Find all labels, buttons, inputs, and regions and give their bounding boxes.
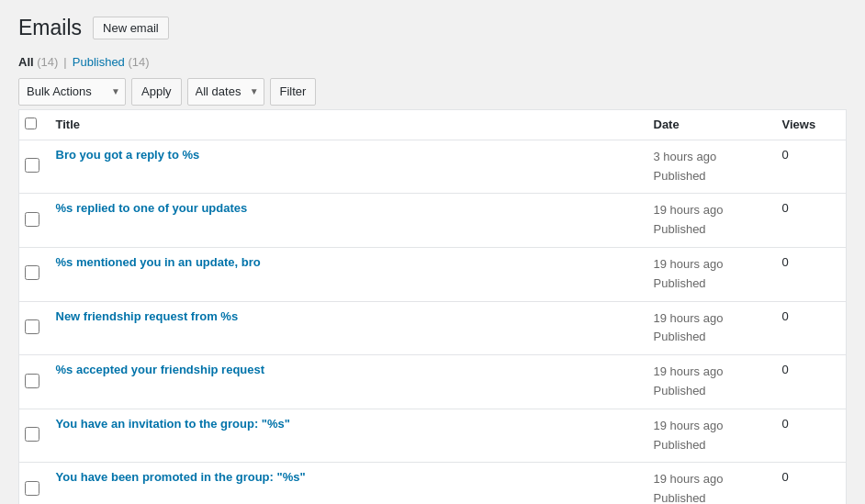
email-title-link[interactable]: %s replied to one of your updates (56, 201, 248, 215)
bulk-actions-wrapper: Bulk Actions Edit Move to Trash ▼ (18, 78, 126, 106)
row-checkbox-cell (19, 301, 47, 355)
select-all-checkbox[interactable] (25, 118, 37, 129)
table-row: %s replied to one of your updates 19 hou… (19, 194, 847, 248)
row-checkbox-cell (19, 248, 47, 302)
row-title-cell: %s accepted your friendship request (47, 355, 645, 409)
published-count: (14) (128, 55, 149, 69)
row-date-status: Published (654, 222, 706, 236)
row-checkbox[interactable] (25, 374, 39, 388)
row-date-status: Published (654, 169, 706, 183)
row-views-cell: 0 (773, 194, 847, 248)
row-views-cell: 0 (773, 140, 847, 194)
row-title-cell: %s mentioned you in an update, bro (47, 248, 645, 302)
dates-select[interactable]: All dates (187, 78, 264, 106)
email-title-link[interactable]: Bro you got a reply to %s (56, 148, 200, 162)
row-checkbox[interactable] (25, 212, 39, 227)
dates-wrapper: All dates ▼ (187, 78, 264, 106)
table-row: You have been promoted in the group: "%s… (19, 463, 847, 504)
tablenav: Bulk Actions Edit Move to Trash ▼ Apply … (18, 78, 847, 106)
row-title-cell: Bro you got a reply to %s (47, 140, 645, 194)
row-checkbox[interactable] (25, 158, 39, 173)
row-checkbox-cell (19, 355, 47, 409)
row-checkbox[interactable] (25, 427, 39, 442)
row-views-cell: 0 (773, 409, 847, 463)
row-date-cell: 19 hours agoPublished (645, 194, 773, 248)
row-date-cell: 19 hours agoPublished (645, 463, 773, 504)
row-checkbox[interactable] (25, 265, 39, 280)
row-date-status: Published (654, 384, 706, 398)
table-row: %s mentioned you in an update, bro 19 ho… (19, 248, 847, 302)
row-checkbox-cell (19, 194, 47, 248)
email-title-link[interactable]: %s mentioned you in an update, bro (56, 255, 261, 269)
row-date-cell: 19 hours agoPublished (645, 355, 773, 409)
emails-table: Title Date Views Bro you got a reply to … (18, 109, 847, 504)
row-views-cell: 0 (773, 355, 847, 409)
row-checkbox-cell (19, 463, 47, 504)
row-date-status: Published (654, 438, 706, 452)
table-header: Title Date Views (19, 109, 847, 140)
apply-button[interactable]: Apply (131, 78, 182, 106)
filter-link-all[interactable]: All (14) (18, 55, 58, 69)
email-title-link[interactable]: You have an invitation to the group: "%s… (56, 417, 291, 431)
table-row: New friendship request from %s 19 hours … (19, 301, 847, 355)
column-header-title: Title (47, 109, 645, 140)
row-views-cell: 0 (773, 463, 847, 504)
filter-link-published[interactable]: Published (14) (73, 55, 150, 69)
row-checkbox[interactable] (25, 481, 39, 496)
row-date-cell: 3 hours agoPublished (645, 140, 773, 194)
row-title-cell: You have an invitation to the group: "%s… (47, 409, 645, 463)
email-title-link[interactable]: New friendship request from %s (56, 309, 239, 323)
all-count: (14) (37, 55, 58, 69)
column-header-date: Date (645, 109, 773, 140)
filter-separator: | (63, 55, 66, 69)
filter-button[interactable]: Filter (270, 78, 317, 106)
table-body: Bro you got a reply to %s 3 hours agoPub… (19, 140, 847, 504)
row-date-cell: 19 hours agoPublished (645, 248, 773, 302)
column-header-views: Views (773, 109, 847, 140)
page-header: Emails New email (18, 15, 847, 42)
row-checkbox-cell (19, 140, 47, 194)
row-date-status: Published (654, 491, 706, 504)
filter-links: All (14) | Published (14) (18, 55, 847, 69)
table-row: Bro you got a reply to %s 3 hours agoPub… (19, 140, 847, 194)
table-row: %s accepted your friendship request 19 h… (19, 355, 847, 409)
row-date-status: Published (654, 330, 706, 343)
row-date-cell: 19 hours agoPublished (645, 409, 773, 463)
row-views-cell: 0 (773, 248, 847, 302)
new-email-button[interactable]: New email (93, 17, 169, 39)
email-title-link[interactable]: You have been promoted in the group: "%s… (56, 470, 306, 484)
row-date-status: Published (654, 276, 706, 290)
table-header-row: Title Date Views (19, 109, 847, 140)
row-title-cell: You have been promoted in the group: "%s… (47, 463, 645, 504)
email-title-link[interactable]: %s accepted your friendship request (56, 363, 265, 376)
row-date-cell: 19 hours agoPublished (645, 301, 773, 355)
row-title-cell: New friendship request from %s (47, 301, 645, 355)
page-title: Emails (18, 15, 82, 42)
row-checkbox-cell (19, 409, 47, 463)
bulk-actions-select[interactable]: Bulk Actions Edit Move to Trash (18, 78, 126, 106)
table-row: You have an invitation to the group: "%s… (19, 409, 847, 463)
page-wrapper: Emails New email All (14) | Published (1… (0, 0, 865, 504)
row-views-cell: 0 (773, 301, 847, 355)
row-title-cell: %s replied to one of your updates (47, 194, 645, 248)
row-checkbox[interactable] (25, 319, 39, 334)
select-all-header (19, 109, 47, 140)
